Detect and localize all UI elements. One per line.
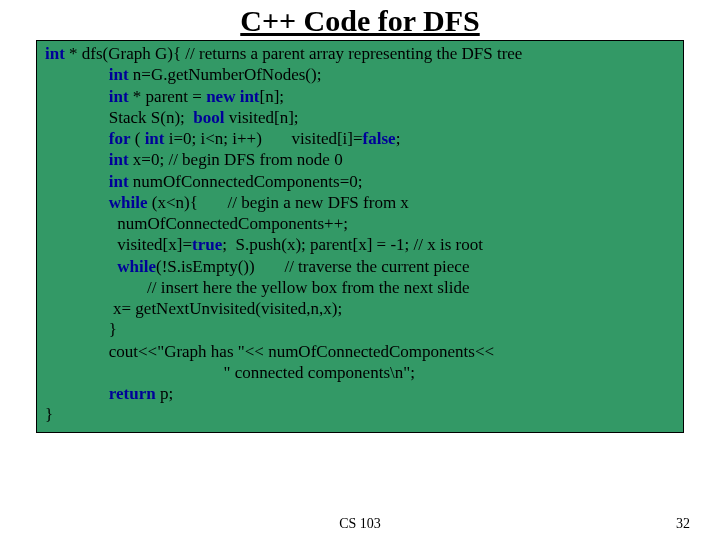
code-line: for ( int i=0; i<n; i++) visited[i]=fals… (45, 128, 677, 149)
keyword-return: return (45, 384, 156, 403)
keyword-true: true (192, 235, 222, 254)
code-text: ( (130, 129, 144, 148)
code-text: i=0; i<n; i++) visited[i]= (164, 129, 362, 148)
code-text: } (45, 405, 53, 424)
code-line: } (45, 319, 677, 340)
code-line: " connected components\n"; (45, 362, 677, 383)
keyword-int: int (145, 129, 165, 148)
code-text: Stack S(n); (45, 108, 193, 127)
code-text: (x<n){ // begin a new DFS from x (147, 193, 408, 212)
code-line: } (45, 404, 677, 425)
code-text: numOfConnectedComponents++; (45, 214, 348, 233)
code-text: * parent = (129, 87, 207, 106)
code-text: (!S.isEmpty()) // traverse the current p… (156, 257, 469, 276)
keyword-int: int (45, 172, 129, 191)
code-text: numOfConnectedComponents=0; (129, 172, 363, 191)
code-text: p; (156, 384, 173, 403)
code-line: int numOfConnectedComponents=0; (45, 171, 677, 192)
keyword-false: false (363, 129, 396, 148)
code-text: visited[x]= (45, 235, 192, 254)
code-line: while (x<n){ // begin a new DFS from x (45, 192, 677, 213)
code-text: [n]; (260, 87, 285, 106)
code-line: int n=G.getNumberOfNodes(); (45, 64, 677, 85)
keyword-while: while (45, 193, 147, 212)
code-text: x=0; // begin DFS from node 0 (129, 150, 343, 169)
code-text: * dfs(Graph G){ // returns a parent arra… (65, 44, 523, 63)
keyword-int: int (45, 150, 129, 169)
code-text: } (45, 320, 117, 339)
code-text: ; (396, 129, 401, 148)
code-line: x= getNextUnvisited(visited,n,x); (45, 298, 677, 319)
keyword-new-int: new int (206, 87, 259, 106)
footer-page-number: 32 (676, 516, 690, 532)
code-line: return p; (45, 383, 677, 404)
code-line: int * dfs(Graph G){ // returns a parent … (45, 43, 677, 64)
keyword-int: int (45, 65, 129, 84)
keyword-int: int (45, 87, 129, 106)
code-text: ; S.push(x); parent[x] = -1; // x is roo… (222, 235, 483, 254)
code-line: visited[x]=true; S.push(x); parent[x] = … (45, 234, 677, 255)
code-line: int * parent = new int[n]; (45, 86, 677, 107)
footer-course: CS 103 (0, 516, 720, 532)
code-text: n=G.getNumberOfNodes(); (129, 65, 322, 84)
keyword-bool: bool (193, 108, 224, 127)
code-block: int * dfs(Graph G){ // returns a parent … (36, 40, 684, 433)
code-line: // insert here the yellow box from the n… (45, 277, 677, 298)
page-title: C++ Code for DFS (0, 4, 720, 38)
code-line: cout<<"Graph has "<< numOfConnectedCompo… (45, 341, 677, 362)
code-line: int x=0; // begin DFS from node 0 (45, 149, 677, 170)
code-text: x= getNextUnvisited(visited,n,x); (45, 299, 342, 318)
code-line: while(!S.isEmpty()) // traverse the curr… (45, 256, 677, 277)
keyword-int: int (45, 44, 65, 63)
code-line: Stack S(n); bool visited[n]; (45, 107, 677, 128)
keyword-while: while (45, 257, 156, 276)
code-text: " connected components\n"; (45, 363, 415, 382)
keyword-for: for (45, 129, 130, 148)
code-text: cout<<"Graph has "<< numOfConnectedCompo… (45, 342, 494, 361)
code-text: visited[n]; (224, 108, 298, 127)
code-line: numOfConnectedComponents++; (45, 213, 677, 234)
code-text: // insert here the yellow box from the n… (45, 278, 469, 297)
